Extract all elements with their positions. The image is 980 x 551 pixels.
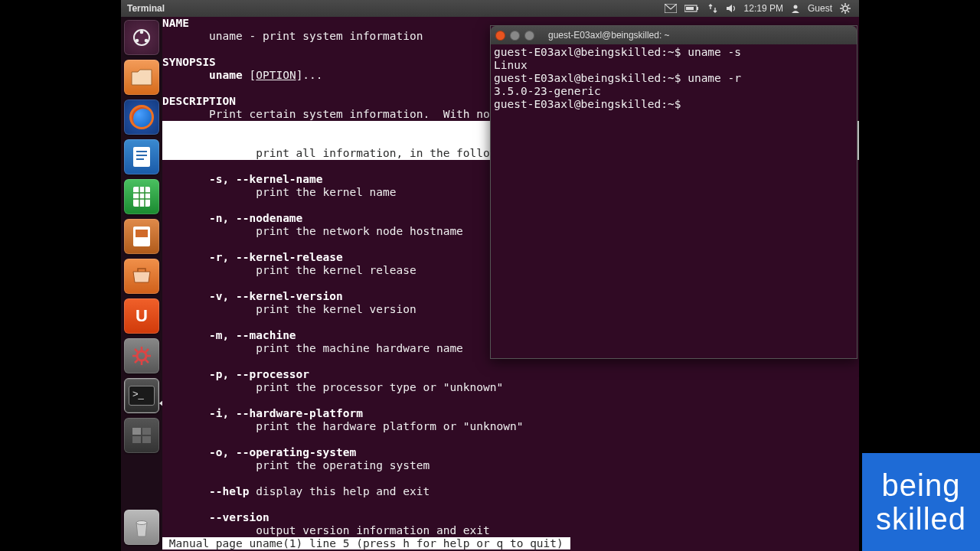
svg-line-34	[135, 349, 138, 352]
svg-line-12	[848, 5, 849, 6]
man-opt-s: -s, --kernel-name	[162, 173, 323, 185]
app-title: Terminal	[127, 3, 165, 14]
svg-point-42	[136, 521, 147, 525]
man-opt-n: -n, --nodename	[162, 212, 302, 224]
svg-rect-38	[132, 428, 141, 435]
window-minimize-button[interactable]	[510, 31, 520, 41]
impress-icon[interactable]	[124, 219, 159, 254]
svg-point-5	[843, 6, 848, 11]
svg-rect-39	[142, 428, 151, 435]
man-synopsis-hdr: SYNOPSIS	[162, 56, 216, 68]
terminal-window[interactable]: guest-E03axl@beingskilled: ~ guest-E03ax…	[490, 25, 858, 359]
clock[interactable]: 12:19 PM	[744, 3, 783, 14]
window-close-button[interactable]	[495, 31, 505, 41]
volume-icon[interactable]	[726, 3, 737, 14]
ubuntu-one-icon[interactable]: U	[124, 298, 159, 334]
out-2: 3.5.0-23-generic	[494, 85, 601, 97]
man-status-line: Manual page uname(1) line 5 (press h for…	[162, 537, 564, 549]
window-titlebar[interactable]: guest-E03axl@beingskilled: ~	[491, 26, 857, 44]
calc-icon[interactable]	[124, 179, 159, 214]
window-maximize-button[interactable]	[524, 31, 534, 41]
svg-line-35	[145, 360, 149, 363]
prompt-1: guest-E03axl@beingskilled:~$	[494, 46, 681, 58]
svg-rect-3	[686, 7, 694, 10]
terminal-icon[interactable]: >_	[124, 378, 159, 413]
man-opt-p: -p, --processor	[162, 368, 309, 380]
svg-line-36	[145, 349, 149, 352]
battery-icon[interactable]	[684, 5, 700, 12]
cmd-2: uname -r	[681, 72, 741, 84]
firefox-icon[interactable]	[124, 99, 159, 135]
files-icon[interactable]	[124, 60, 159, 95]
network-icon[interactable]	[707, 3, 718, 14]
terminal-body[interactable]: guest-E03axl@beingskilled:~$ uname -s Li…	[491, 44, 857, 112]
watermark-logo: being skilled	[862, 453, 980, 551]
man-opt-o: -o, --operating-system	[162, 446, 356, 458]
gear-icon[interactable]	[840, 3, 851, 14]
man-name-line: uname - print system information	[162, 30, 423, 42]
prompt-3: guest-E03axl@beingskilled:~$	[494, 98, 681, 110]
window-title: guest-E03axl@beingskilled: ~	[548, 30, 670, 41]
prompt-2: guest-E03axl@beingskilled:~$	[494, 72, 681, 84]
user-name[interactable]: Guest	[808, 3, 832, 14]
workspace-switcher-icon[interactable]	[124, 418, 159, 453]
svg-rect-2	[697, 7, 698, 10]
unity-launcher: U >_	[121, 17, 162, 551]
dash-icon[interactable]	[124, 20, 159, 55]
svg-point-16	[136, 39, 139, 43]
trash-icon[interactable]	[124, 510, 159, 545]
svg-line-11	[848, 11, 849, 12]
man-opt-i: -i, --hardware-platform	[162, 407, 363, 419]
svg-point-17	[145, 39, 149, 43]
top-menu-bar: Terminal 12:19 PM Guest	[121, 0, 859, 17]
svg-rect-22	[133, 187, 150, 207]
man-opt-r: -r, --kernel-release	[162, 251, 343, 263]
svg-rect-41	[142, 436, 151, 443]
mail-icon[interactable]	[665, 4, 677, 13]
man-description-hdr: DESCRIPTION	[162, 95, 236, 107]
man-synopsis-line: uname [OPTION]...	[162, 69, 323, 81]
cmd-3	[681, 98, 688, 110]
man-opt-v: -v, --kernel-version	[162, 290, 343, 302]
software-center-icon[interactable]	[124, 259, 159, 294]
man-description-line: Print certain system information. With n…	[162, 108, 490, 120]
user-icon[interactable]	[791, 4, 800, 13]
svg-rect-40	[132, 436, 141, 443]
out-1: Linux	[494, 59, 528, 71]
svg-rect-18	[133, 147, 150, 167]
man-opt-help: --help display this help and exit	[162, 485, 430, 497]
writer-icon[interactable]	[124, 139, 159, 174]
svg-point-15	[140, 31, 144, 34]
svg-line-10	[841, 5, 843, 6]
svg-point-29	[137, 351, 146, 360]
man-opt-version: --version	[162, 511, 270, 523]
man-name-hdr: NAME	[162, 17, 189, 29]
svg-line-13	[841, 11, 843, 12]
svg-rect-28	[136, 230, 148, 237]
settings-icon[interactable]	[124, 338, 159, 373]
svg-line-37	[135, 360, 138, 363]
cursor	[564, 537, 570, 549]
cmd-1: uname -s	[681, 46, 741, 58]
svg-point-4	[793, 5, 797, 9]
man-opt-m: -m, --machine	[162, 329, 296, 341]
